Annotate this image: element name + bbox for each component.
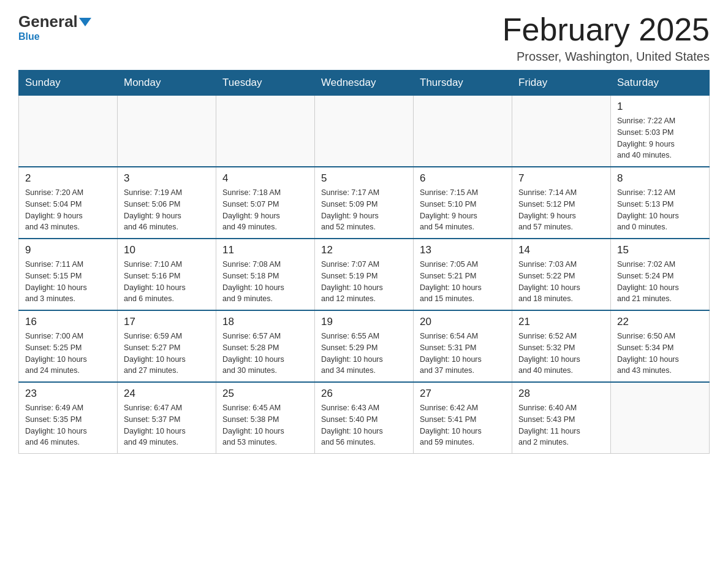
logo-arrow-icon (79, 18, 91, 26)
day-info: Sunrise: 7:00 AMSunset: 5:25 PMDaylight:… (25, 331, 111, 377)
calendar-cell: 17Sunrise: 6:59 AMSunset: 5:27 PMDayligh… (118, 310, 216, 382)
calendar-cell: 20Sunrise: 6:54 AMSunset: 5:31 PMDayligh… (414, 310, 512, 382)
day-number: 22 (617, 316, 703, 328)
day-number: 8 (617, 172, 703, 185)
day-number: 2 (25, 172, 111, 185)
day-number: 9 (25, 244, 111, 256)
day-info: Sunrise: 7:17 AMSunset: 5:09 PMDaylight:… (321, 187, 407, 233)
calendar-title: February 2025 (502, 12, 710, 47)
weekday-header-saturday: Saturday (611, 71, 710, 96)
logo: General Blue (18, 12, 93, 42)
weekday-header-row: SundayMondayTuesdayWednesdayThursdayFrid… (19, 71, 710, 96)
weekday-header-sunday: Sunday (19, 71, 118, 96)
calendar-cell: 14Sunrise: 7:03 AMSunset: 5:22 PMDayligh… (512, 239, 611, 310)
day-number: 5 (321, 172, 407, 185)
day-number: 13 (420, 244, 506, 256)
calendar-cell: 23Sunrise: 6:49 AMSunset: 5:35 PMDayligh… (19, 382, 118, 454)
day-info: Sunrise: 6:54 AMSunset: 5:31 PMDaylight:… (420, 331, 506, 377)
weekday-header-friday: Friday (512, 71, 611, 96)
day-info: Sunrise: 6:52 AMSunset: 5:32 PMDaylight:… (518, 331, 604, 377)
day-number: 16 (25, 316, 111, 328)
week-row-2: 2Sunrise: 7:20 AMSunset: 5:04 PMDaylight… (19, 167, 710, 239)
week-row-1: 1Sunrise: 7:22 AMSunset: 5:03 PMDaylight… (19, 96, 710, 167)
calendar-cell: 18Sunrise: 6:57 AMSunset: 5:28 PMDayligh… (216, 310, 315, 382)
calendar-cell (315, 96, 414, 167)
calendar-cell: 25Sunrise: 6:45 AMSunset: 5:38 PMDayligh… (216, 382, 315, 454)
day-info: Sunrise: 7:19 AMSunset: 5:06 PMDaylight:… (124, 187, 210, 233)
day-info: Sunrise: 6:50 AMSunset: 5:34 PMDaylight:… (617, 331, 703, 377)
day-number: 1 (617, 101, 703, 113)
day-number: 24 (124, 388, 210, 400)
calendar-cell: 11Sunrise: 7:08 AMSunset: 5:18 PMDayligh… (216, 239, 315, 310)
day-info: Sunrise: 6:42 AMSunset: 5:41 PMDaylight:… (420, 402, 506, 448)
day-number: 28 (518, 388, 604, 400)
weekday-header-thursday: Thursday (414, 71, 512, 96)
day-number: 27 (420, 388, 506, 400)
day-number: 14 (518, 244, 604, 256)
day-info: Sunrise: 7:20 AMSunset: 5:04 PMDaylight:… (25, 187, 111, 233)
day-info: Sunrise: 6:43 AMSunset: 5:40 PMDaylight:… (321, 402, 407, 448)
day-info: Sunrise: 7:15 AMSunset: 5:10 PMDaylight:… (420, 187, 506, 233)
day-info: Sunrise: 6:49 AMSunset: 5:35 PMDaylight:… (25, 402, 111, 448)
day-number: 26 (321, 388, 407, 400)
calendar-cell: 15Sunrise: 7:02 AMSunset: 5:24 PMDayligh… (611, 239, 710, 310)
day-info: Sunrise: 7:11 AMSunset: 5:15 PMDaylight:… (25, 259, 111, 305)
calendar-cell: 3Sunrise: 7:19 AMSunset: 5:06 PMDaylight… (118, 167, 216, 239)
calendar-cell: 21Sunrise: 6:52 AMSunset: 5:32 PMDayligh… (512, 310, 611, 382)
day-number: 21 (518, 316, 604, 328)
weekday-header-tuesday: Tuesday (216, 71, 315, 96)
page-header: General Blue February 2025 Prosser, Wash… (18, 12, 710, 64)
week-row-5: 23Sunrise: 6:49 AMSunset: 5:35 PMDayligh… (19, 382, 710, 454)
day-number: 20 (420, 316, 506, 328)
logo-blue: Blue (18, 31, 40, 42)
day-info: Sunrise: 6:55 AMSunset: 5:29 PMDaylight:… (321, 331, 407, 377)
title-section: February 2025 Prosser, Washington, Unite… (502, 12, 710, 64)
day-number: 25 (222, 388, 308, 400)
calendar-cell: 12Sunrise: 7:07 AMSunset: 5:19 PMDayligh… (315, 239, 414, 310)
day-info: Sunrise: 7:02 AMSunset: 5:24 PMDaylight:… (617, 259, 703, 305)
day-info: Sunrise: 6:40 AMSunset: 5:43 PMDaylight:… (518, 402, 604, 448)
day-info: Sunrise: 7:07 AMSunset: 5:19 PMDaylight:… (321, 259, 407, 305)
calendar-cell: 1Sunrise: 7:22 AMSunset: 5:03 PMDaylight… (611, 96, 710, 167)
day-info: Sunrise: 7:12 AMSunset: 5:13 PMDaylight:… (617, 187, 703, 233)
logo-general: General (18, 12, 78, 31)
day-info: Sunrise: 7:03 AMSunset: 5:22 PMDaylight:… (518, 259, 604, 305)
day-number: 23 (25, 388, 111, 400)
day-number: 17 (124, 316, 210, 328)
weekday-header-wednesday: Wednesday (315, 71, 414, 96)
day-number: 6 (420, 172, 506, 185)
calendar-cell (512, 96, 611, 167)
calendar-cell: 2Sunrise: 7:20 AMSunset: 5:04 PMDaylight… (19, 167, 118, 239)
calendar-cell (19, 96, 118, 167)
calendar-cell: 27Sunrise: 6:42 AMSunset: 5:41 PMDayligh… (414, 382, 512, 454)
day-info: Sunrise: 7:10 AMSunset: 5:16 PMDaylight:… (124, 259, 210, 305)
day-number: 11 (222, 244, 308, 256)
calendar-cell: 6Sunrise: 7:15 AMSunset: 5:10 PMDaylight… (414, 167, 512, 239)
calendar-cell (118, 96, 216, 167)
calendar-cell: 16Sunrise: 7:00 AMSunset: 5:25 PMDayligh… (19, 310, 118, 382)
day-info: Sunrise: 7:14 AMSunset: 5:12 PMDaylight:… (518, 187, 604, 233)
day-number: 3 (124, 172, 210, 185)
day-info: Sunrise: 6:47 AMSunset: 5:37 PMDaylight:… (124, 402, 210, 448)
calendar-cell (611, 382, 710, 454)
day-number: 12 (321, 244, 407, 256)
calendar-cell: 9Sunrise: 7:11 AMSunset: 5:15 PMDaylight… (19, 239, 118, 310)
day-info: Sunrise: 7:08 AMSunset: 5:18 PMDaylight:… (222, 259, 308, 305)
calendar-cell: 7Sunrise: 7:14 AMSunset: 5:12 PMDaylight… (512, 167, 611, 239)
calendar-subtitle: Prosser, Washington, United States (502, 50, 710, 64)
day-info: Sunrise: 6:59 AMSunset: 5:27 PMDaylight:… (124, 331, 210, 377)
day-number: 10 (124, 244, 210, 256)
day-info: Sunrise: 6:45 AMSunset: 5:38 PMDaylight:… (222, 402, 308, 448)
day-info: Sunrise: 7:18 AMSunset: 5:07 PMDaylight:… (222, 187, 308, 233)
calendar-cell: 19Sunrise: 6:55 AMSunset: 5:29 PMDayligh… (315, 310, 414, 382)
calendar-cell: 10Sunrise: 7:10 AMSunset: 5:16 PMDayligh… (118, 239, 216, 310)
calendar-cell: 8Sunrise: 7:12 AMSunset: 5:13 PMDaylight… (611, 167, 710, 239)
calendar-cell: 5Sunrise: 7:17 AMSunset: 5:09 PMDaylight… (315, 167, 414, 239)
week-row-3: 9Sunrise: 7:11 AMSunset: 5:15 PMDaylight… (19, 239, 710, 310)
day-number: 4 (222, 172, 308, 185)
day-info: Sunrise: 7:05 AMSunset: 5:21 PMDaylight:… (420, 259, 506, 305)
calendar-cell: 26Sunrise: 6:43 AMSunset: 5:40 PMDayligh… (315, 382, 414, 454)
week-row-4: 16Sunrise: 7:00 AMSunset: 5:25 PMDayligh… (19, 310, 710, 382)
day-info: Sunrise: 6:57 AMSunset: 5:28 PMDaylight:… (222, 331, 308, 377)
calendar-cell: 24Sunrise: 6:47 AMSunset: 5:37 PMDayligh… (118, 382, 216, 454)
